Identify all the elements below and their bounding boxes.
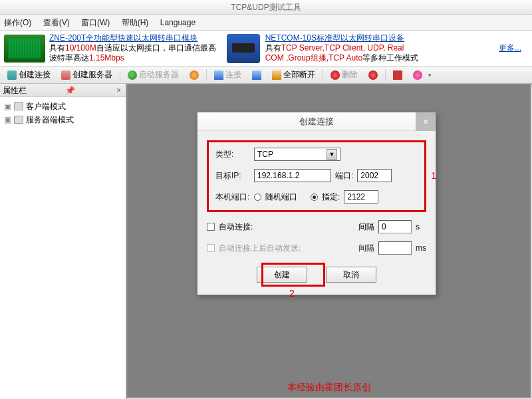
stop-icon xyxy=(393,70,402,80)
interval2-input[interactable] xyxy=(378,241,412,255)
ad1-link[interactable]: ZNE-200T全功能型快速以太网转串口模块 xyxy=(49,33,198,43)
delete-icon xyxy=(331,70,340,80)
tb-clear-button[interactable] xyxy=(364,68,382,82)
radio-random-label: 随机端口 xyxy=(265,192,297,203)
ad2-text: NETCOM-10S标准型以太网转串口设备 具有TCP Server,TCP C… xyxy=(265,33,419,63)
ad2-l2b: TCP Server,TCP Client, UDP, Real xyxy=(281,43,404,53)
tb-delete[interactable]: 删除 xyxy=(326,67,362,82)
ad1-l2c: 自适应以太网接口，串口通信最高 xyxy=(96,43,216,53)
auto-connect-label: 自动连接: xyxy=(219,221,253,233)
interval1-input[interactable] xyxy=(378,220,412,233)
tb-create-server[interactable]: 创建服务器 xyxy=(57,67,117,82)
unit-s: s xyxy=(416,222,426,231)
tb-connect-label: 连接 xyxy=(225,69,241,80)
dialog-title: 创建连接 xyxy=(299,116,334,126)
interval2-label: 间隔 xyxy=(358,243,374,254)
close-panel-icon[interactable]: × xyxy=(114,84,123,97)
server-mode-icon xyxy=(14,116,23,124)
more-link[interactable]: 更多... xyxy=(499,43,521,54)
tb-create-conn-label: 创建连接 xyxy=(19,69,51,80)
main-area: 创建连接 × 1 类型: TCP ▼ 目标IP: xyxy=(126,84,532,399)
tb-delete-label: 删除 xyxy=(342,69,358,80)
ad2-link[interactable]: NETCOM-10S标准型以太网转串口设备 xyxy=(265,33,404,43)
ad2-l2a: 具有 xyxy=(265,43,281,53)
target-ip-label: 目标IP: xyxy=(215,170,250,182)
auto-connect-checkbox[interactable] xyxy=(207,223,215,231)
client-icon xyxy=(14,102,23,110)
type-select[interactable]: TCP ▼ xyxy=(254,148,340,161)
tb-help-button[interactable] xyxy=(408,68,427,82)
radio-fixed-label: 指定: xyxy=(322,192,340,203)
ad1-l2b: 10/100M xyxy=(65,43,96,53)
ad1-l2a: 具有 xyxy=(49,43,65,53)
dropdown-icon[interactable]: ▾ xyxy=(428,72,432,78)
menu-help[interactable]: 帮助(H) xyxy=(122,18,149,27)
highlight-frame-1: 1 类型: TCP ▼ 目标IP: 端口: xyxy=(207,140,426,212)
dialog-close-button[interactable]: × xyxy=(416,112,436,131)
ad1-l3a: 波特率高达 xyxy=(49,53,89,63)
tb-send-button[interactable] xyxy=(247,68,266,82)
ad2-l3a: COM ,Group组播,TCP Auto xyxy=(265,53,363,63)
tree-item-client[interactable]: ▣客户端模式 xyxy=(1,100,124,113)
tree-server-label: 服务器端模式 xyxy=(26,114,74,125)
ad-bar: ZNE-200T全功能型快速以太网转串口模块 具有10/100M自适应以太网接口… xyxy=(0,31,532,66)
ad1-image xyxy=(4,35,45,63)
menu-language[interactable]: Language xyxy=(160,18,196,27)
menu-view[interactable]: 查看(V) xyxy=(43,18,70,27)
tb-start-srv-label: 启动服务器 xyxy=(139,69,179,80)
user-icon xyxy=(190,70,199,80)
target-ip-input[interactable] xyxy=(254,169,331,182)
cancel-button[interactable]: 取消 xyxy=(326,267,376,283)
pin-icon[interactable]: 📌 xyxy=(63,84,77,97)
menu-window[interactable]: 窗口(W) xyxy=(81,18,110,27)
target-port-input[interactable] xyxy=(357,169,392,182)
ad1-text: ZNE-200T全功能型快速以太网转串口模块 具有10/100M自适应以太网接口… xyxy=(49,33,216,63)
toolbar-separator xyxy=(120,69,120,81)
tb-connect[interactable]: 连接 xyxy=(209,67,246,82)
menubar: 操作(O) 查看(V) 窗口(W) 帮助(H) Language xyxy=(0,15,532,31)
ad2-l3b: 等多种工作模式 xyxy=(362,53,418,63)
tb-user-button[interactable] xyxy=(185,68,203,82)
tb-start-server[interactable]: 启动服务器 xyxy=(123,67,184,82)
tb-disc-label: 全部断开 xyxy=(283,69,315,80)
tb-create-srv-label: 创建服务器 xyxy=(72,69,112,80)
tree-client-label: 客户端模式 xyxy=(26,101,66,112)
create-button[interactable]: 创建 xyxy=(257,267,307,283)
menu-operation[interactable]: 操作(O) xyxy=(4,18,31,27)
play-icon xyxy=(128,70,137,80)
local-port-label: 本机端口: xyxy=(215,192,250,203)
tb-disconnect-all[interactable]: 全部断开 xyxy=(267,67,320,82)
clear-icon xyxy=(368,70,378,80)
sidebar-title: 属性栏 xyxy=(3,84,27,97)
interval1-label: 间隔 xyxy=(358,221,374,233)
help-icon xyxy=(413,70,422,80)
sidebar-header: 属性栏 📌 × xyxy=(0,84,126,97)
annotation-2: 2 xyxy=(289,288,295,299)
type-label: 类型: xyxy=(215,149,250,160)
link-icon xyxy=(214,70,223,80)
chevron-down-icon: ▼ xyxy=(327,149,337,160)
send-icon xyxy=(252,70,261,80)
auto-send-label: 自动连接上后自动发送: xyxy=(219,243,301,254)
unit-ms: ms xyxy=(416,243,426,253)
disconnect-icon xyxy=(272,70,281,80)
pc-icon xyxy=(7,70,17,80)
tb-create-connection[interactable]: 创建连接 xyxy=(3,67,55,82)
toolbar-separator xyxy=(385,69,386,81)
tb-stop-button[interactable] xyxy=(388,68,407,82)
annotation-1: 1 xyxy=(431,170,436,181)
dialog-titlebar: 创建连接 × xyxy=(198,112,436,131)
toolbar-separator xyxy=(206,69,207,81)
sidebar: 属性栏 📌 × ▣客户端模式 ▣服务器端模式 xyxy=(0,84,126,399)
type-value: TCP xyxy=(257,150,273,159)
port-label: 端口: xyxy=(335,170,353,182)
auto-send-checkbox xyxy=(207,244,215,252)
tree-item-server[interactable]: ▣服务器端模式 xyxy=(1,113,124,126)
radio-fixed-port[interactable] xyxy=(311,194,318,201)
radio-random-port[interactable] xyxy=(254,194,261,201)
create-connection-dialog: 创建连接 × 1 类型: TCP ▼ 目标IP: xyxy=(197,112,436,295)
local-port-input[interactable] xyxy=(344,190,378,203)
ad1-l3b: 1.15Mbps xyxy=(89,53,124,63)
window-titlebar: TCP&UDP测试工具 xyxy=(0,0,532,15)
credit-text: 本经验由霍团长原创 xyxy=(287,382,371,394)
